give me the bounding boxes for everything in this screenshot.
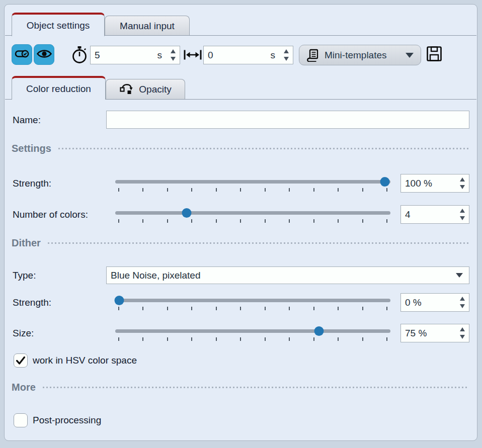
slider-ticks <box>118 337 387 341</box>
slider-track[interactable] <box>115 329 390 333</box>
offset-value: 0 <box>208 50 271 61</box>
colors-label: Number of colors: <box>13 205 88 224</box>
strength2-spinbox[interactable]: 0 % <box>400 293 469 312</box>
colors-slider[interactable] <box>115 208 390 223</box>
slider-track[interactable] <box>115 299 390 302</box>
templates-dropdown-label: Mini-templates <box>325 50 387 61</box>
size-label: Size: <box>13 324 34 342</box>
offset-suffix: s <box>271 50 276 61</box>
section-dotted-rule <box>58 148 468 149</box>
type-label: Type: <box>13 266 36 285</box>
preview-eye-button[interactable] <box>34 44 54 65</box>
slider-handle[interactable] <box>314 326 324 336</box>
tab-color-reduction-label: Color reduction <box>26 83 91 95</box>
spin-up-button[interactable] <box>460 297 465 301</box>
spin-up-button[interactable] <box>284 49 289 53</box>
save-icon <box>426 45 443 64</box>
size-slider[interactable] <box>115 326 390 341</box>
name-label: Name: <box>13 111 41 129</box>
section-dotted-rule <box>43 387 468 388</box>
horizontal-extent-icon <box>183 49 202 60</box>
spin-up-button[interactable] <box>460 177 465 182</box>
spin-up-button[interactable] <box>460 209 465 213</box>
section-settings: Settings <box>12 142 468 155</box>
duration-suffix: s <box>157 50 163 61</box>
section-more: More <box>12 381 468 394</box>
slider-handle[interactable] <box>182 208 192 218</box>
save-template-button[interactable] <box>426 46 443 63</box>
strength1-label: Strength: <box>13 174 51 193</box>
spin-down-button[interactable] <box>460 304 465 308</box>
object-settings-window: { "tabs": { "outer": [ { "label": "Objec… <box>0 0 482 448</box>
strength2-value: 0 % <box>405 297 457 308</box>
type-combobox[interactable]: Blue Noise, pixelated <box>106 266 469 284</box>
duration-spin-buttons <box>168 49 180 61</box>
strength1-value: 100 % <box>405 178 457 189</box>
animation-icon <box>119 83 134 96</box>
section-dither-title: Dither <box>12 237 41 249</box>
toggle-check-button[interactable] <box>12 44 32 65</box>
tab-object-settings[interactable]: Object settings <box>12 13 105 36</box>
spin-down-button[interactable] <box>171 57 176 61</box>
slider-track[interactable] <box>115 211 390 215</box>
slider-handle[interactable] <box>115 296 124 305</box>
stopwatch-icon <box>70 46 89 64</box>
strength1-spinbox[interactable]: 100 % <box>400 174 469 193</box>
slider-track[interactable] <box>115 180 390 184</box>
size-value: 75 % <box>405 328 457 339</box>
spin-up-button[interactable] <box>171 49 176 53</box>
offset-spinbox[interactable]: 0 s <box>203 46 293 64</box>
section-settings-title: Settings <box>12 143 51 154</box>
colors-spin-buttons <box>457 209 469 220</box>
section-dither: Dither <box>12 236 468 249</box>
slider-handle[interactable] <box>380 177 390 187</box>
hsv-checkbox-label[interactable]: work in HSV color space <box>33 353 137 368</box>
slider-ticks <box>118 219 387 223</box>
size-spin-buttons <box>457 327 469 339</box>
strength2-label: Strength: <box>13 293 51 312</box>
strength2-spin-buttons <box>457 297 469 308</box>
templates-dropdown[interactable]: Mini-templates <box>299 45 421 65</box>
hsv-checkbox[interactable] <box>14 353 28 368</box>
check-icon <box>14 353 27 368</box>
toggle-check-icon <box>14 47 30 63</box>
offset-spin-buttons <box>281 49 293 61</box>
spin-down-button[interactable] <box>460 185 465 189</box>
duration-spinbox[interactable]: 5 s <box>90 46 180 64</box>
post-processing-checkbox[interactable] <box>14 413 28 427</box>
strength1-slider[interactable] <box>115 177 390 192</box>
colors-value: 4 <box>405 209 457 220</box>
chevron-down-icon <box>456 273 463 278</box>
type-combobox-value: Blue Noise, pixelated <box>111 270 201 281</box>
settings-panel: Object settings Manual input <box>4 4 477 441</box>
spin-down-button[interactable] <box>460 335 465 339</box>
tab-manual-input-label: Manual input <box>120 21 175 32</box>
eye-icon <box>36 48 52 62</box>
tab-opacity[interactable]: Opacity <box>106 79 185 99</box>
name-input[interactable] <box>106 111 469 129</box>
size-spinbox[interactable]: 75 % <box>400 324 469 342</box>
tab-opacity-label: Opacity <box>139 84 171 95</box>
spin-down-button[interactable] <box>284 57 289 61</box>
section-more-title: More <box>12 382 36 393</box>
strength1-spin-buttons <box>457 177 469 189</box>
chevron-down-icon <box>406 53 414 58</box>
spin-down-button[interactable] <box>460 216 465 220</box>
slider-ticks <box>118 188 387 192</box>
tab-object-settings-label: Object settings <box>27 20 90 31</box>
tab-color-reduction[interactable]: Color reduction <box>12 76 106 100</box>
post-processing-label[interactable]: Post-processing <box>33 413 101 427</box>
slider-ticks <box>118 307 387 310</box>
tab-manual-input[interactable]: Manual input <box>105 16 190 36</box>
strength2-slider[interactable] <box>115 296 390 311</box>
section-dotted-rule <box>48 242 468 244</box>
scroll-icon <box>306 48 319 62</box>
colors-spinbox[interactable]: 4 <box>400 205 469 224</box>
spin-up-button[interactable] <box>460 327 465 331</box>
duration-value: 5 <box>95 50 157 61</box>
